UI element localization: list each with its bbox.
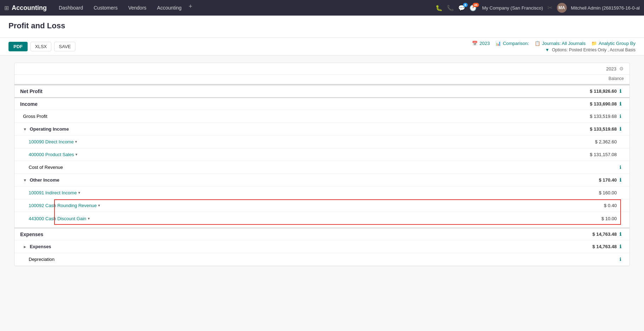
cost-of-revenue-info[interactable]: ℹ [617, 165, 624, 170]
journal-icon: 📋 [535, 41, 540, 46]
depreciation-info[interactable]: ℹ [617, 257, 624, 262]
highlighted-group-wrapper: 100092 Cash Rounding Revenue ▾ $ 0.40 44… [15, 199, 629, 225]
comparison-filter[interactable]: 📊 Comparison: [495, 41, 529, 46]
toolbar: PDF XLSX SAVE 📅 2023 📊 Comparison: 📋 Jou… [0, 38, 644, 56]
save-button[interactable]: SAVE [54, 42, 75, 51]
cost-of-revenue-label: Cost of Revenue [29, 165, 560, 170]
gross-profit-label: Gross Profit [23, 114, 560, 119]
config-icon[interactable]: ⚙ [619, 66, 624, 72]
gross-profit-row: Gross Profit $ 133,519.68 ℹ [15, 110, 629, 123]
avatar[interactable]: MA [557, 3, 567, 13]
analytic-filter[interactable]: 📁 Analytic Group By [591, 41, 636, 46]
nav-vendors[interactable]: Vendors [123, 3, 151, 13]
main-menu: Dashboard Customers Vendors Accounting + [54, 3, 435, 13]
net-profit-value: $ 118,926.60 [560, 89, 617, 94]
clock-icon[interactable]: 🕐 46 [469, 5, 477, 11]
phone-icon[interactable]: 📞 [447, 5, 454, 11]
other-income-label: ▼ Other Income [23, 177, 560, 183]
direct-income-label[interactable]: 100090 Direct Income ▾ [29, 139, 560, 144]
journals-label: Journals: All Journals [542, 41, 586, 46]
analytic-icon: 📁 [591, 41, 597, 46]
report-container: 2023 ⚙ Balance Net Profit $ 118,926.60 ℹ… [14, 63, 630, 266]
income-info[interactable]: ℹ [617, 101, 624, 107]
chat-icon[interactable]: 💬 8 [458, 5, 465, 11]
indirect-income-label[interactable]: 100091 Indirect Income ▾ [29, 190, 560, 195]
comparison-label: Comparison: [503, 41, 529, 46]
bug-icon[interactable]: 🐛 [435, 5, 443, 11]
company-name[interactable]: My Company (San Francisco) [482, 5, 543, 11]
analytic-label: Analytic Group By [599, 41, 636, 46]
year-label: 2023 [479, 41, 490, 46]
income-label: Income [20, 101, 560, 107]
topnav-right: 🐛 📞 💬 8 🕐 46 My Company (San Francisco) … [435, 3, 640, 13]
operating-income-info[interactable]: ℹ [617, 126, 624, 132]
expenses-sub-info[interactable]: ℹ [617, 244, 624, 249]
depreciation-row: Depreciation ℹ [15, 253, 629, 266]
gross-profit-info[interactable]: ℹ [617, 114, 624, 119]
operating-income-row: ▼ Operating Income $ 133,519.68 ℹ [15, 123, 629, 136]
gross-profit-value: $ 133,519.68 [560, 114, 617, 119]
cash-rounding-row: 100092 Cash Rounding Revenue ▾ $ 0.40 [15, 199, 629, 212]
cash-discount-label[interactable]: 443000 Cash Discount Gain ▾ [29, 216, 560, 221]
direct-income-value: $ 2,362.60 [560, 139, 617, 144]
expenses-header-label: Expenses [20, 232, 560, 237]
cash-discount-row: 443000 Cash Discount Gain ▾ $ 10.00 [15, 212, 629, 225]
net-profit-info[interactable]: ℹ [617, 89, 624, 94]
income-value: $ 133,690.08 [560, 101, 617, 107]
add-menu-icon[interactable]: + [189, 3, 193, 13]
product-sales-value: $ 131,157.08 [560, 152, 617, 157]
income-row: Income $ 133,690.08 ℹ [15, 97, 629, 110]
balance-col-header: Balance [567, 76, 624, 81]
chat-badge: 8 [463, 3, 468, 7]
product-sales-label[interactable]: 400000 Product Sales ▾ [29, 152, 560, 157]
indirect-income-value: $ 160.00 [560, 190, 617, 195]
direct-income-chevron[interactable]: ▾ [75, 139, 77, 144]
top-navigation: ⊞ Accounting Dashboard Customers Vendors… [0, 0, 644, 16]
expenses-expand-icon[interactable]: ► [23, 245, 27, 249]
nav-customers[interactable]: Customers [89, 3, 123, 13]
grid-icon[interactable]: ⊞ [4, 5, 9, 11]
cash-rounding-chevron[interactable]: ▾ [98, 203, 100, 208]
username[interactable]: Mitchell Admin (26815976-16-0-al [571, 5, 640, 11]
page-header: Profit and Loss [0, 16, 644, 38]
indirect-income-chevron[interactable]: ▾ [78, 190, 80, 195]
options-label: Options: Posted Entries Only , Accrual B… [552, 47, 636, 52]
net-profit-label: Net Profit [20, 89, 560, 94]
expenses-sub-value: $ 14,763.48 [560, 244, 617, 249]
other-income-info[interactable]: ℹ [617, 177, 624, 183]
pdf-button[interactable]: PDF [8, 42, 28, 51]
main-content: 2023 ⚙ Balance Net Profit $ 118,926.60 ℹ… [0, 56, 644, 331]
toolbar-filters: 📅 2023 📊 Comparison: 📋 Journals: All Jou… [472, 41, 636, 52]
cash-discount-chevron[interactable]: ▾ [88, 216, 90, 221]
separator: ✂ [547, 4, 553, 12]
indirect-income-row: 100091 Indirect Income ▾ $ 160.00 [15, 187, 629, 199]
cash-discount-value: $ 10.00 [560, 216, 617, 221]
report-header-row: 2023 ⚙ [15, 63, 629, 75]
nav-accounting[interactable]: Accounting [152, 3, 187, 13]
expenses-sub-row: ► Expenses $ 14,763.48 ℹ [15, 240, 629, 253]
report-year: 2023 [606, 66, 616, 72]
bar-chart-icon: 📊 [495, 41, 501, 46]
year-filter[interactable]: 📅 2023 [472, 41, 490, 46]
other-income-value: $ 170.40 [560, 177, 617, 183]
expenses-header-info[interactable]: ℹ [617, 232, 624, 237]
journals-filter[interactable]: 📋 Journals: All Journals [535, 41, 586, 46]
cash-rounding-value: $ 0.40 [560, 203, 617, 208]
operating-income-label: ▼ Operating Income [23, 126, 560, 132]
net-profit-row: Net Profit $ 118,926.60 ℹ [15, 85, 629, 97]
report-col-header: Balance [15, 75, 629, 85]
other-income-expand[interactable]: ▼ [23, 178, 27, 182]
operating-income-value: $ 133,519.68 [560, 126, 617, 132]
expenses-sub-label: ► Expenses [23, 244, 560, 249]
nav-dashboard[interactable]: Dashboard [54, 3, 88, 13]
calendar-icon: 📅 [472, 41, 478, 46]
cash-rounding-label[interactable]: 100092 Cash Rounding Revenue ▾ [29, 203, 560, 208]
filter-row-2: ▼ Options: Posted Entries Only , Accrual… [545, 47, 636, 52]
product-sales-chevron[interactable]: ▾ [75, 152, 78, 157]
page-title: Profit and Loss [8, 21, 636, 30]
brand-name[interactable]: Accounting [12, 4, 47, 12]
depreciation-label: Depreciation [29, 257, 560, 262]
expenses-header-value: $ 14,763.48 [560, 232, 617, 237]
xlsx-button[interactable]: XLSX [30, 42, 51, 51]
operating-expand-icon[interactable]: ▼ [23, 127, 27, 131]
